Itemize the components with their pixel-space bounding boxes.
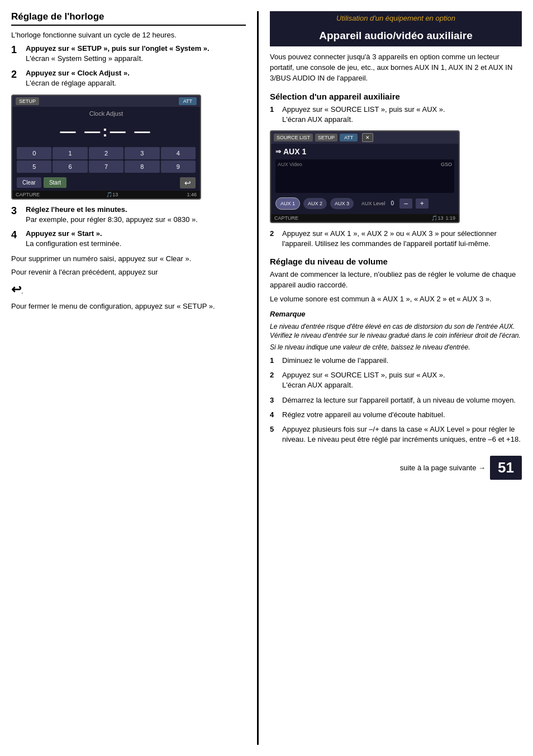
main-header: Appareil audio/vidéo auxiliaire (270, 25, 522, 46)
right-intro: Vous pouvez connecter jusqu'à 3 appareil… (270, 52, 522, 84)
steps-3-4: 3 Réglez l'heure et les minutes. Par exe… (11, 205, 246, 250)
vol-step-3: 3 Démarrez la lecture sur l'appareil por… (270, 395, 522, 405)
section2-steps: 1 Diminuez le volume de l'appareil. 2 Ap… (270, 356, 522, 445)
remarque-title: Remarque (270, 309, 522, 320)
step-4: 4 Appuyez sur « Start ». La configuratio… (11, 229, 246, 249)
clock-adjust-title: Clock Adjust (12, 107, 200, 118)
aux-att-button: ATT (340, 134, 358, 141)
step-4-bold: Appuyez sur « Start ». (26, 229, 102, 238)
section1-step2-list: 2 Appuyez sur « AUX 1 », « AUX 2 » ou « … (270, 229, 522, 249)
vol-step-2-text2: L'écran AUX apparaît. (282, 381, 353, 389)
vol-step-2: 2 Appuyez sur « SOURCE LIST », puis sur … (270, 370, 522, 390)
aux-minus-button[interactable]: – (399, 199, 412, 209)
vol-step-5-num: 5 (270, 424, 278, 445)
aux-title: AUX 1 (283, 147, 306, 156)
numpad-2[interactable]: 2 (89, 147, 123, 159)
aux-step-1-content: Appuyez sur « SOURCE LIST », puis sur « … (282, 105, 445, 125)
numpad-8[interactable]: 8 (125, 160, 159, 173)
step-1-text: L'écran « System Setting » apparaît. (26, 54, 246, 64)
numpad-0[interactable]: 0 (17, 147, 51, 159)
vol-step-4-text: Réglez votre appareil au volume d'écoute… (282, 410, 445, 420)
time-display: — —:— — (12, 118, 200, 145)
capture-label: CAPTURE (16, 192, 40, 197)
aux-step-2-num: 2 (270, 229, 278, 249)
numpad-3[interactable]: 3 (125, 147, 159, 159)
left-intro: L'horloge fonctionne suivant un cycle de… (11, 30, 246, 41)
start-button[interactable]: Start (44, 177, 66, 188)
step-1: 1 Appuyez sur « SETUP », puis sur l'ongl… (11, 44, 246, 64)
left-section-title: Réglage de l'horloge (11, 11, 246, 26)
aux-level-value: 0 (391, 200, 394, 206)
left-column: Réglage de l'horloge L'horloge fonctionn… (11, 11, 246, 745)
section2-title: Réglage du niveau de volume (270, 257, 522, 266)
vol-step-3-num: 3 (270, 395, 278, 405)
step-4-content: Appuyez sur « Start ». La configuration … (26, 229, 246, 249)
step-2-num: 2 (11, 69, 21, 89)
aux-bottom-controls: AUX 1 AUX 2 AUX 3 AUX Level 0 – + (271, 195, 459, 212)
right-column: Utilisation d'un équipement en option Ap… (257, 11, 522, 745)
footer-text: suite à la page suivante → (400, 464, 486, 472)
numpad-9[interactable]: 9 (161, 160, 196, 173)
numpad-4[interactable]: 4 (161, 147, 196, 159)
screen-action-row: Clear Start ↩ (12, 175, 200, 191)
numpad-7[interactable]: 7 (89, 160, 123, 173)
aux-step-1-text2: L'écran AUX apparaît. (282, 115, 353, 124)
aux-step-1-text: Appuyez sur « SOURCE LIST », puis sur « … (282, 105, 445, 114)
option-header: Utilisation d'un équipement en option (270, 11, 522, 25)
aux-bottom-bar: CAPTURE 🎵13 1:19 (271, 214, 459, 222)
aux2-button[interactable]: AUX 2 (303, 198, 327, 209)
vol-step-2-num: 2 (270, 370, 278, 390)
aux-video-area: AUX Video GSO (275, 159, 454, 193)
vol-step-1-text: Diminuez le volume de l'appareil. (282, 356, 388, 366)
step-1-content: Appuyez sur « SETUP », puis sur l'onglet… (26, 44, 246, 64)
aux-video-label: AUX Video (278, 162, 302, 167)
section2-intro: Avant de commencer la lecture, n'oubliez… (270, 270, 522, 291)
numpad-1[interactable]: 1 (53, 147, 87, 159)
step-2-text: L'écran de réglage apparaît. (26, 78, 246, 89)
numpad-6[interactable]: 6 (53, 160, 87, 173)
att-button: ATT (179, 97, 197, 105)
vol-step-2-content: Appuyez sur « SOURCE LIST », puis sur « … (282, 370, 445, 390)
screen-bottom-bar: CAPTURE 🎵13 1:46 (12, 191, 200, 199)
note-clear: Pour supprimer un numéro saisi, appuyez … (11, 254, 246, 264)
vol-step-4: 4 Réglez votre appareil au volume d'écou… (270, 410, 522, 420)
aux-title-row: ⇒ AUX 1 (271, 144, 459, 157)
numpad-5[interactable]: 5 (17, 160, 51, 173)
vol-step-3-text: Démarrez la lecture sur l'appareil porta… (282, 395, 516, 405)
step-3-bold: Réglez l'heure et les minutes. (26, 205, 127, 214)
vol-step-1-num: 1 (270, 356, 278, 366)
aux3-button[interactable]: AUX 3 (330, 198, 354, 209)
aux-time: 1:19 (445, 215, 455, 221)
vol-step-5-text: Appuyez plusieurs fois sur –/+ dans la c… (282, 424, 522, 445)
vol-step-1: 1 Diminuez le volume de l'appareil. (270, 356, 522, 366)
aux-arrow-icon: ⇒ (275, 148, 281, 155)
steps-1-2: 1 Appuyez sur « SETUP », puis sur l'ongl… (11, 44, 246, 89)
source-list-button: SOURCE LIST (274, 134, 313, 141)
step-2: 2 Appuyez sur « Clock Adjust ». L'écran … (11, 69, 246, 89)
section2-note-intro: Le volume sonore est commun à « AUX 1 »,… (270, 294, 522, 305)
section1-title: Sélection d'un appareil auxiliaire (270, 92, 522, 101)
aux-plus-button[interactable]: + (416, 199, 429, 209)
numpad: 0 1 2 3 4 5 6 7 8 9 (12, 145, 200, 175)
back-button[interactable]: ↩ (180, 177, 196, 188)
step-3-text: Par exemple, pour régler 8:30, appuyez s… (26, 215, 246, 225)
note-back-1: Pour revenir à l'écran précédent, appuye… (11, 267, 246, 277)
signal-icon: 🎵13 (106, 192, 118, 197)
step-4-text: La configuration est terminée. (26, 239, 246, 249)
remarque-line-2: Si le niveau indique une valeur de crête… (270, 343, 522, 352)
aux-top-bar: SOURCE LIST SETUP ATT ✕ (271, 131, 459, 144)
step-3-content: Réglez l'heure et les minutes. Par exemp… (26, 205, 246, 225)
aux-setup-button: SETUP (315, 134, 337, 141)
step-2-bold: Appuyez sur « Clock Adjust ». (26, 69, 130, 77)
clear-button[interactable]: Clear (17, 177, 41, 188)
screen-top-bar: SETUP ATT (12, 96, 200, 107)
vol-step-4-num: 4 (270, 410, 278, 420)
aux-step-2-text: Appuyez sur « AUX 1 », « AUX 2 » ou « AU… (282, 229, 522, 249)
note-back-text: Pour revenir à l'écran précédent, appuye… (11, 268, 158, 276)
aux1-button[interactable]: AUX 1 (275, 197, 300, 210)
step-3: 3 Réglez l'heure et les minutes. Par exe… (11, 205, 246, 225)
step-4-num: 4 (11, 229, 21, 249)
gso-label: GSO (441, 162, 452, 167)
aux-close-button[interactable]: ✕ (362, 133, 373, 142)
vol-step-5: 5 Appuyez plusieurs fois sur –/+ dans la… (270, 424, 522, 445)
